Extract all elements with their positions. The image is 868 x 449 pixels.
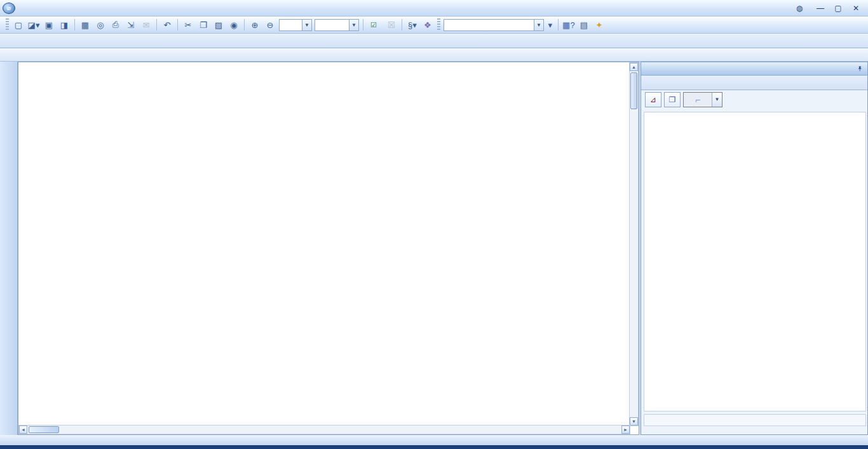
- data-palette-titlebar[interactable]: 🖈: [641, 62, 867, 76]
- chart-settings-button[interactable]: ⊿: [645, 92, 661, 107]
- h-scroll-thumb[interactable]: [29, 426, 59, 433]
- export-button[interactable]: ⇲: [124, 18, 138, 32]
- share-button[interactable]: ◍: [794, 4, 808, 13]
- zoom-in-button[interactable]: ⊕: [248, 18, 262, 32]
- paste-button[interactable]: ▨: [212, 18, 226, 32]
- cut-button[interactable]: ✂: [181, 18, 195, 32]
- reference-book-button[interactable]: ❖: [421, 18, 435, 32]
- chart-toolbar: ⊿ ❐ ⌐ ▼: [641, 90, 867, 109]
- canvas-vertical-scrollbar[interactable]: ▲ ▼: [629, 62, 639, 426]
- save-button[interactable]: ▣: [42, 18, 56, 32]
- maximize-icon[interactable]: ▢: [832, 4, 844, 13]
- key-button[interactable]: ✦: [592, 18, 606, 32]
- flow-pattern-chart[interactable]: [646, 124, 865, 398]
- window-layout-button[interactable]: ▦: [78, 18, 92, 32]
- diagram-labels: [18, 62, 630, 426]
- print-preview-button[interactable]: ◎: [93, 18, 107, 32]
- chart-cursor-status: [644, 414, 866, 426]
- window-controls: ◍ — ▢ ✕: [794, 4, 868, 13]
- scroll-up-icon[interactable]: ▲: [630, 63, 638, 71]
- zoom-out-button[interactable]: ⊖: [263, 18, 277, 32]
- grid-help-button[interactable]: ▦?: [562, 18, 576, 32]
- application-window: ⌀ ◍ — ▢ ✕ ▢ ◪▾ ▣ ◨ ▦ ◎ ⎙ ⇲ ✉ ↶ ✂ ❐ ▨ ◉ ⊕: [0, 0, 868, 449]
- scroll-left-icon[interactable]: ◄: [19, 426, 27, 434]
- chart-area: [644, 112, 866, 412]
- main-toolbar: ▢ ◪▾ ▣ ◨ ▦ ◎ ⎙ ⇲ ✉ ↶ ✂ ❐ ▨ ◉ ⊕ ⊖ ▼ ▼ ☑ ☒: [0, 17, 868, 34]
- print-button[interactable]: ⎙: [109, 18, 123, 32]
- pipe-pen-toolbar: [0, 48, 868, 62]
- toolbar-grip: [6, 18, 9, 31]
- detail-combo-arrow-icon[interactable]: ▼: [349, 20, 358, 30]
- model-canvas[interactable]: ▲ ▼ ◄ ►: [18, 62, 639, 435]
- send-button: ✉: [139, 18, 153, 32]
- flow-pattern-arrow-icon[interactable]: ▼: [712, 93, 722, 107]
- flow-pattern-dropdown[interactable]: ⌐ ▼: [683, 92, 722, 107]
- new-file-button[interactable]: ▢: [11, 18, 25, 32]
- units-combo-arrow-icon[interactable]: ▼: [534, 20, 543, 30]
- app-icon: ⌀: [3, 3, 15, 14]
- v-scroll-thumb[interactable]: [630, 72, 637, 109]
- close-icon[interactable]: ✕: [850, 4, 862, 13]
- copy-button[interactable]: ❐: [196, 18, 210, 32]
- scroll-down-icon[interactable]: ▼: [630, 417, 638, 426]
- data-palette-tabs: [641, 76, 867, 90]
- zoom-combo-arrow-icon[interactable]: ▼: [302, 20, 311, 30]
- toolbar-grip-2: [437, 18, 440, 31]
- window-bottom-edge: [0, 445, 868, 449]
- status-bar: [0, 435, 868, 445]
- data-palette-panel: 🖈 ⊿ ❐ ⌐ ▼: [641, 62, 868, 435]
- canvas-horizontal-scrollbar[interactable]: ◄ ►: [18, 425, 630, 434]
- module-tabstrip: [0, 34, 868, 48]
- menu-bar: ⌀ ◍ — ▢ ✕: [0, 0, 868, 17]
- units-more-arrow-icon[interactable]: ▾: [546, 18, 555, 32]
- open-folder-button[interactable]: ◨: [57, 18, 71, 32]
- copy-chart-button[interactable]: ❐: [664, 92, 681, 107]
- stop-calculation-button: ☒: [384, 18, 398, 32]
- pin-icon[interactable]: 🖈: [857, 65, 864, 72]
- flow-pattern-icon: ⌐: [684, 93, 712, 107]
- find-button[interactable]: ◉: [227, 18, 241, 32]
- detail-level-combo[interactable]: ▼: [315, 19, 359, 31]
- globe-icon: ◍: [794, 4, 805, 13]
- script-button[interactable]: §▾: [405, 18, 419, 32]
- calculate-icon: ☑: [370, 21, 377, 29]
- workspace: ▲ ▼ ◄ ► 🖈 ⊿ ❐ ⌐ ▼: [0, 62, 868, 435]
- scroll-right-icon[interactable]: ►: [621, 426, 630, 434]
- units-combo[interactable]: ▼: [444, 19, 544, 31]
- open-file-button[interactable]: ◪▾: [27, 18, 41, 32]
- calculate-button[interactable]: ☑: [366, 18, 384, 32]
- list-options-button[interactable]: ▤: [577, 18, 591, 32]
- undo-button[interactable]: ↶: [160, 18, 174, 32]
- drawing-tool-palette: [0, 62, 18, 435]
- minimize-icon[interactable]: —: [815, 4, 826, 13]
- zoom-level-combo[interactable]: ▼: [279, 19, 312, 31]
